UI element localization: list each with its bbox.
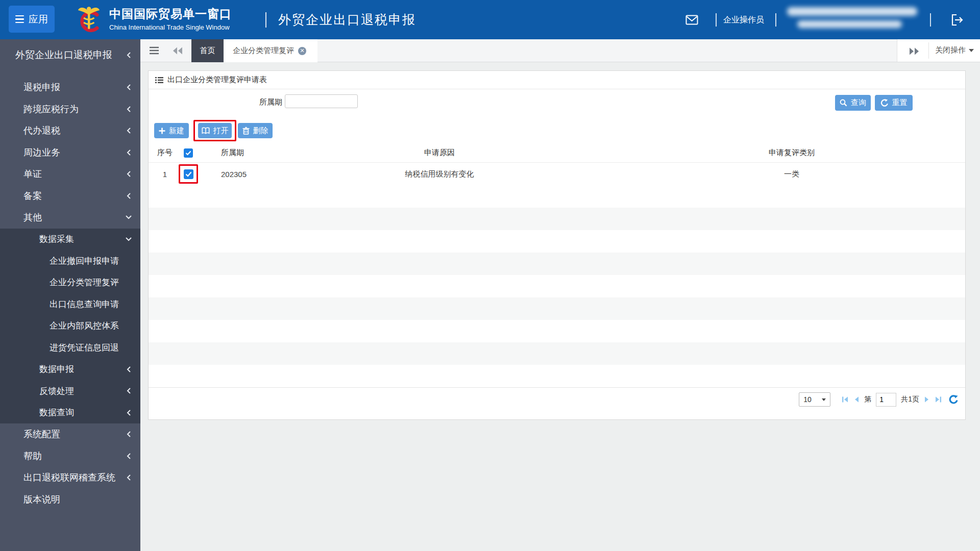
chevron-left-icon bbox=[126, 84, 131, 91]
sidebar-item[interactable]: 代办退税 bbox=[0, 120, 140, 142]
chevron-left-icon bbox=[126, 192, 131, 199]
sidebar-item[interactable]: 备案 bbox=[0, 185, 140, 207]
tab-home-label: 首页 bbox=[200, 46, 215, 56]
table-row-empty bbox=[149, 275, 965, 297]
table-row-empty bbox=[149, 230, 965, 253]
column-header-period: 所属期 bbox=[221, 143, 333, 162]
last-page-icon[interactable] bbox=[935, 396, 942, 403]
sidebar-item[interactable]: 数据采集 bbox=[0, 229, 140, 251]
sidebar-item-label: 代办退税 bbox=[0, 124, 60, 137]
sidebar-item[interactable]: 系统配置 bbox=[0, 423, 140, 445]
table-row[interactable]: 1 202305 纳税信用级别有变化 一类 bbox=[149, 163, 965, 185]
header-divider bbox=[716, 13, 717, 27]
sidebar-item-label: 企业撤回申报申请 bbox=[0, 255, 119, 267]
row-checkbox[interactable] bbox=[184, 169, 193, 179]
reset-icon bbox=[880, 99, 889, 107]
sidebar-item-label: 企业内部风控体系 bbox=[0, 320, 119, 332]
chevron-left-icon bbox=[126, 106, 131, 113]
tab-active[interactable]: 企业分类管理复评 ✕ bbox=[224, 39, 317, 62]
logout-icon[interactable] bbox=[950, 13, 964, 27]
user-info-redacted bbox=[787, 7, 917, 16]
prev-page-icon[interactable] bbox=[853, 396, 860, 403]
sidebar-item[interactable]: 退税申报 bbox=[0, 77, 140, 98]
chevron-down-icon bbox=[125, 237, 132, 242]
scroll-tabs-right-icon[interactable] bbox=[908, 47, 920, 56]
tab-bar-right-controls: 关闭操作 bbox=[897, 39, 980, 62]
sidebar-item[interactable]: 出口信息查询申请 bbox=[0, 293, 140, 315]
content-panel: 出口企业分类管理复评申请表 所属期 查询 重置 bbox=[148, 70, 966, 420]
tab-bar: 首页 企业分类管理复评 ✕ 关闭操作 bbox=[140, 39, 980, 62]
sidebar-item-label: 其他 bbox=[0, 211, 42, 223]
refresh-icon[interactable] bbox=[949, 395, 959, 404]
chevron-left-icon bbox=[126, 453, 131, 460]
chevron-down-icon bbox=[969, 49, 974, 52]
mail-icon[interactable] bbox=[685, 15, 698, 25]
new-button-label: 新建 bbox=[169, 126, 184, 136]
column-header-index: 序号 bbox=[154, 143, 176, 162]
sidebar-item[interactable]: 出口退税联网稽查系统 bbox=[0, 467, 140, 489]
sidebar-item[interactable]: 企业内部风控体系 bbox=[0, 315, 140, 337]
app-window: 应用 中国国际贸易单一窗口 China International Trade … bbox=[0, 0, 980, 551]
sidebar-item[interactable]: 企业分类管理复评 bbox=[0, 272, 140, 294]
tab-close-icon[interactable]: ✕ bbox=[298, 47, 306, 55]
sidebar-item-label: 数据采集 bbox=[0, 233, 74, 245]
brand-logo-icon bbox=[75, 4, 104, 35]
sidebar-item[interactable]: 企业撤回申报申请 bbox=[0, 250, 140, 272]
top-header: 应用 中国国际贸易单一窗口 China International Trade … bbox=[0, 0, 980, 39]
brand-title: 中国国际贸易单一窗口 bbox=[109, 6, 232, 22]
new-button[interactable]: 新建 bbox=[154, 123, 189, 138]
sidebar-item[interactable]: 进货凭证信息回退 bbox=[0, 337, 140, 359]
column-header-reason: 申请原因 bbox=[342, 143, 536, 162]
delete-button-label: 删除 bbox=[253, 126, 268, 136]
reset-button[interactable]: 重置 bbox=[875, 95, 913, 111]
plus-icon bbox=[159, 128, 165, 134]
select-all-checkbox[interactable] bbox=[184, 148, 193, 158]
reset-button-label: 重置 bbox=[892, 98, 908, 108]
chevron-left-icon bbox=[126, 170, 131, 178]
sidebar-menu: 退税申报跨境应税行为代办退税周边业务单证备案其他数据采集企业撤回申报申请企业分类… bbox=[0, 77, 140, 510]
period-filter-input[interactable] bbox=[285, 94, 358, 108]
tab-list-menu-icon[interactable] bbox=[149, 46, 159, 55]
page-number-input[interactable] bbox=[876, 393, 896, 407]
sidebar-item[interactable]: 版本说明 bbox=[0, 489, 140, 511]
next-page-icon[interactable] bbox=[924, 396, 930, 403]
sidebar-item[interactable]: 帮助 bbox=[0, 445, 140, 467]
module-title: 外贸企业出口退税申报 bbox=[278, 11, 416, 28]
table-row-empty bbox=[149, 320, 965, 342]
sidebar-item[interactable]: 周边业务 bbox=[0, 142, 140, 164]
chevron-down-icon bbox=[822, 398, 826, 401]
sidebar-item[interactable]: 单证 bbox=[0, 163, 140, 185]
sidebar-item-label: 退税申报 bbox=[0, 81, 60, 93]
sidebar: 外贸企业出口退税申报 退税申报跨境应税行为代办退税周边业务单证备案其他数据采集企… bbox=[0, 39, 140, 551]
scroll-tabs-left-icon[interactable] bbox=[172, 46, 184, 55]
tab-home[interactable]: 首页 bbox=[191, 39, 224, 62]
sidebar-title-row[interactable]: 外贸企业出口退税申报 bbox=[0, 39, 140, 77]
open-book-icon bbox=[202, 127, 210, 134]
sidebar-item[interactable]: 跨境应税行为 bbox=[0, 98, 140, 120]
sidebar-item-label: 备案 bbox=[0, 190, 42, 202]
table-row-empty bbox=[149, 342, 965, 365]
divider bbox=[928, 42, 929, 59]
page-size-select[interactable]: 10 bbox=[799, 392, 830, 407]
panel-title-bar: 出口企业分类管理复评申请表 bbox=[149, 71, 965, 89]
sidebar-item[interactable]: 数据查询 bbox=[0, 402, 140, 424]
open-button[interactable]: 打开 bbox=[198, 123, 232, 138]
first-page-icon[interactable] bbox=[841, 396, 849, 403]
close-operations-label: 关闭操作 bbox=[935, 45, 966, 55]
close-operations-dropdown[interactable]: 关闭操作 bbox=[935, 45, 974, 55]
sidebar-item-label: 跨境应税行为 bbox=[0, 103, 79, 115]
chevron-left-icon bbox=[126, 474, 131, 481]
sidebar-item[interactable]: 其他 bbox=[0, 207, 140, 229]
table-row-empty bbox=[149, 185, 965, 208]
sidebar-item[interactable]: 反馈处理 bbox=[0, 380, 140, 402]
delete-button[interactable]: 删除 bbox=[238, 123, 273, 138]
header-divider bbox=[775, 13, 776, 27]
header-divider bbox=[930, 13, 931, 27]
chevron-down-icon bbox=[125, 215, 132, 220]
query-button[interactable]: 查询 bbox=[835, 95, 871, 111]
user-role-label[interactable]: 企业操作员 bbox=[723, 15, 764, 26]
apps-button[interactable]: 应用 bbox=[9, 6, 55, 33]
sidebar-item[interactable]: 数据申报 bbox=[0, 359, 140, 381]
search-icon bbox=[840, 99, 847, 107]
hamburger-icon bbox=[15, 15, 24, 23]
